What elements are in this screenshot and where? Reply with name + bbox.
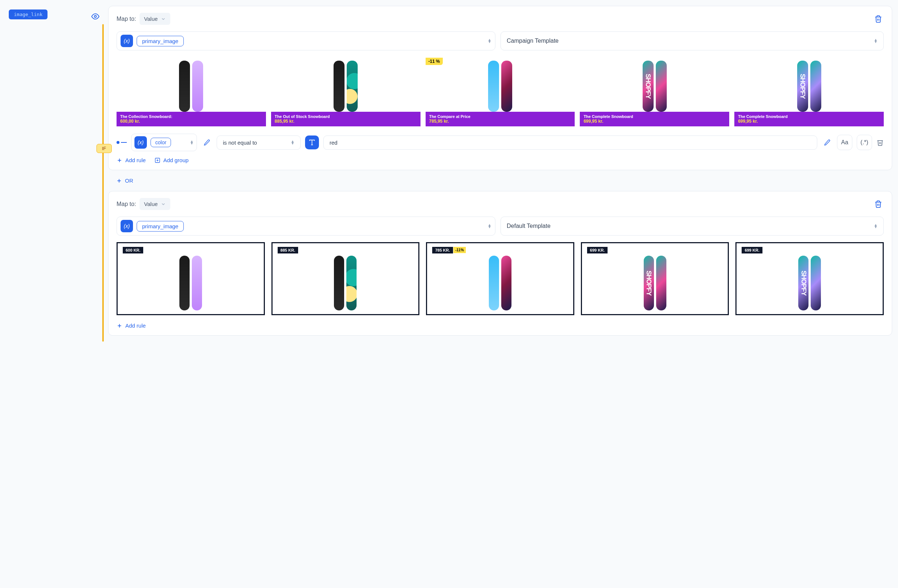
operator-select[interactable]: is not equal to ▲▼ <box>217 135 301 150</box>
product-card: SHOPFY The Complete Snowboard699,95 kr. <box>580 57 729 126</box>
mapping-block-if: Map to: Value (x) primary_image ▲▼ <box>108 6 892 170</box>
sort-icon: ▲▼ <box>291 140 294 144</box>
rule-value-input[interactable]: red <box>323 135 817 150</box>
sort-icon: ▲▼ <box>488 39 491 43</box>
branch-connector <box>102 24 104 341</box>
variable-icon: (x) <box>121 220 133 232</box>
field-select[interactable]: (x) primary_image ▲▼ <box>117 216 495 236</box>
add-or-button[interactable]: OR <box>116 178 892 184</box>
plus-icon <box>116 178 122 184</box>
rule-field-select[interactable]: (x) color ▲▼ <box>131 134 197 151</box>
delete-block-button[interactable] <box>873 14 884 25</box>
discount-badge: -11 % <box>426 58 443 65</box>
field-chip: primary_image <box>137 221 184 232</box>
price-badge: 885 KR. <box>278 247 298 253</box>
delete-rule-button[interactable] <box>876 139 884 146</box>
discount-badge: -11% <box>454 247 466 253</box>
template-value: Default Template <box>507 223 550 229</box>
edit-field-button[interactable] <box>201 137 212 148</box>
product-preview-row: The Collection Snowboard:600,00 kr. The … <box>117 57 884 126</box>
sort-icon: ▲▼ <box>488 224 491 228</box>
price-badge: 699 KR. <box>742 247 762 253</box>
price-badge: 785 KR. <box>432 247 453 253</box>
text-type-icon <box>305 135 319 149</box>
variable-icon: (x) <box>134 136 147 149</box>
plus-icon <box>117 157 122 163</box>
add-group-button[interactable]: Add group <box>155 157 189 163</box>
pencil-icon <box>824 139 830 146</box>
chevron-down-icon <box>161 202 166 207</box>
mapping-block-else: Map to: Value (x) primary_image ▲▼ <box>108 191 892 336</box>
template-select[interactable]: Default Template ▲▼ <box>501 216 884 236</box>
product-card: The Collection Snowboard:600,00 kr. <box>117 57 266 126</box>
product-card: 885 KR. <box>271 242 420 315</box>
delete-block-button[interactable] <box>873 199 884 210</box>
preview-icon[interactable] <box>91 12 99 20</box>
product-preview-row: 600 KR. 885 KR. 785 KR. -11% 699 KR. SHO… <box>117 242 884 315</box>
sort-icon: ▲▼ <box>874 224 878 228</box>
price-badge: 699 KR. <box>587 247 607 253</box>
product-card: SHOPFY The Complete Snowboard699,95 kr. <box>734 57 884 126</box>
operator-value: is not equal to <box>223 140 257 146</box>
map-to-select[interactable]: Value <box>140 198 170 210</box>
svg-point-0 <box>94 15 97 17</box>
add-rule-button[interactable]: Add rule <box>117 322 146 329</box>
product-card: The Out of Stock Snowboard885,95 kr. <box>271 57 420 126</box>
trash-icon <box>874 200 882 208</box>
rule-handle-icon[interactable] <box>117 141 120 144</box>
if-label: IF <box>97 144 112 153</box>
pencil-icon <box>203 139 210 146</box>
rule-field-chip: color <box>151 138 171 147</box>
trash-icon <box>876 139 884 146</box>
edit-value-button[interactable] <box>822 137 833 148</box>
map-to-value: Value <box>144 16 157 22</box>
map-to-label: Map to: <box>117 201 136 207</box>
add-rule-button[interactable]: Add rule <box>117 157 146 163</box>
product-card: -11 % The Compare at Price785,95 kr. <box>426 57 575 126</box>
map-to-value: Value <box>144 201 157 207</box>
template-select[interactable]: Campaign Template ▲▼ <box>501 31 884 51</box>
field-tag[interactable]: image_link <box>9 9 48 19</box>
add-group-icon <box>155 157 160 163</box>
product-card: 600 KR. <box>117 242 265 315</box>
variable-icon: (x) <box>121 35 133 47</box>
product-card: 699 KR. SHOPFY <box>735 242 884 315</box>
case-sensitive-button[interactable]: Aa <box>837 135 852 150</box>
template-value: Campaign Template <box>507 38 558 44</box>
product-card: 699 KR. SHOPFY <box>581 242 729 315</box>
sort-icon: ▲▼ <box>190 140 194 144</box>
field-chip: primary_image <box>137 36 184 46</box>
plus-icon <box>117 323 122 329</box>
price-badge: 600 KR. <box>123 247 143 253</box>
field-select[interactable]: (x) primary_image ▲▼ <box>117 31 495 51</box>
trash-icon <box>874 15 882 23</box>
map-to-label: Map to: <box>117 16 136 22</box>
sort-icon: ▲▼ <box>874 39 878 43</box>
rule-row: (x) color ▲▼ is not equal to ▲▼ red <box>117 134 884 151</box>
product-card: 785 KR. -11% <box>426 242 574 315</box>
chevron-down-icon <box>161 17 166 21</box>
map-to-select[interactable]: Value <box>140 13 170 25</box>
regex-button[interactable]: (.*) <box>857 135 872 150</box>
